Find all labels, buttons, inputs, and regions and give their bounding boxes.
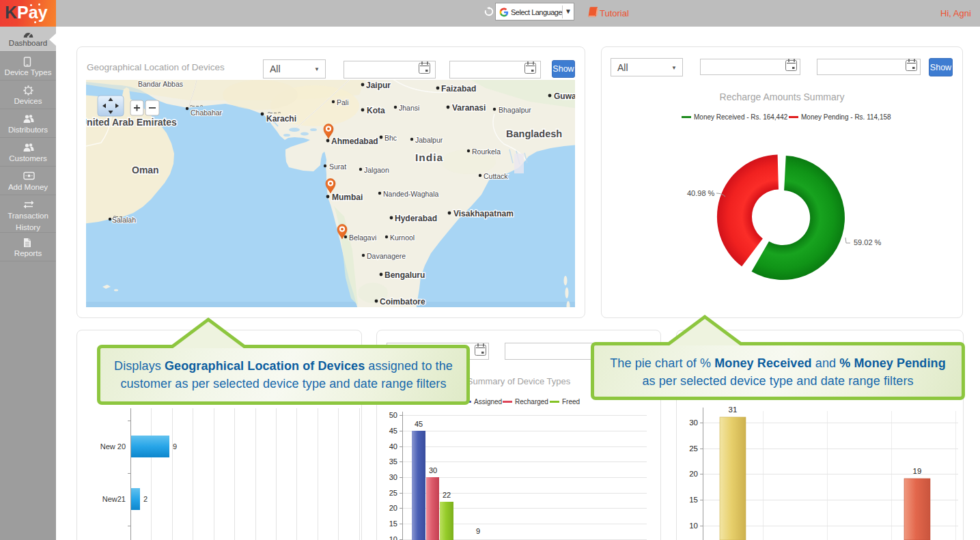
- svg-text:Salalah: Salalah: [112, 216, 136, 224]
- svg-text:9: 9: [476, 527, 480, 535]
- svg-text:Bhagalpur: Bhagalpur: [499, 106, 531, 114]
- svg-text:United Arab Emirates: United Arab Emirates: [86, 117, 177, 128]
- svg-text:20: 20: [389, 504, 397, 512]
- svg-text:31: 31: [729, 406, 738, 414]
- svg-text:Mumbai: Mumbai: [332, 193, 363, 202]
- svg-text:10: 10: [689, 522, 698, 530]
- svg-text:9: 9: [173, 442, 177, 451]
- svg-text:25: 25: [389, 489, 397, 497]
- svg-text:Karachi: Karachi: [266, 114, 296, 124]
- svg-text:Guwah: Guwah: [554, 91, 575, 101]
- svg-text:Rourkela: Rourkela: [472, 147, 501, 156]
- svg-text:Davanagere: Davanagere: [367, 252, 406, 260]
- svg-text:Bengaluru: Bengaluru: [384, 270, 425, 280]
- svg-text:2: 2: [143, 495, 148, 503]
- svg-text:Nanded-Waghala: Nanded-Waghala: [383, 190, 438, 198]
- svg-text:Visakhapatnam: Visakhapatnam: [453, 209, 514, 218]
- svg-text:New21: New21: [102, 495, 126, 503]
- svg-text:25: 25: [689, 444, 698, 453]
- svg-text:Cuttack: Cuttack: [484, 172, 508, 180]
- svg-text:Bandar Abbas: Bandar Abbas: [138, 80, 183, 88]
- svg-text:45: 45: [415, 420, 423, 428]
- svg-text:India: India: [415, 152, 443, 163]
- svg-text:Surat: Surat: [329, 162, 346, 171]
- svg-text:Chabahar: Chabahar: [191, 109, 223, 117]
- svg-text:New 20: New 20: [100, 442, 126, 451]
- svg-text:Bhc: Bhc: [384, 134, 397, 142]
- svg-text:Bangladesh: Bangladesh: [506, 128, 562, 139]
- svg-text:Jalgaon: Jalgaon: [364, 166, 389, 174]
- svg-text:Belagavi: Belagavi: [349, 233, 376, 242]
- svg-text:Coimbatore: Coimbatore: [380, 297, 425, 307]
- svg-text:15: 15: [389, 520, 397, 528]
- svg-text:40: 40: [389, 442, 397, 451]
- svg-text:Kurnool: Kurnool: [390, 233, 415, 242]
- svg-text:10: 10: [389, 535, 397, 540]
- svg-text:22: 22: [443, 491, 451, 499]
- svg-text:Jabalpur: Jabalpur: [415, 136, 443, 144]
- svg-text:19: 19: [913, 467, 922, 475]
- svg-text:30: 30: [689, 418, 698, 427]
- svg-text:30: 30: [429, 466, 437, 474]
- svg-text:Ahmedabad: Ahmedabad: [331, 137, 378, 146]
- svg-text:59.02 %: 59.02 %: [854, 238, 882, 246]
- svg-text:35: 35: [389, 457, 397, 466]
- svg-text:50: 50: [389, 411, 397, 419]
- svg-text:Hyderabad: Hyderabad: [395, 214, 437, 223]
- svg-text:20: 20: [689, 470, 698, 478]
- svg-text:Kota: Kota: [367, 106, 385, 115]
- svg-text:40.98 %: 40.98 %: [687, 189, 715, 197]
- svg-text:Faizabad: Faizabad: [441, 84, 476, 94]
- svg-text:30: 30: [389, 473, 397, 481]
- svg-text:45: 45: [389, 427, 397, 435]
- svg-text:Jaipur: Jaipur: [366, 81, 391, 90]
- svg-text:Varanasi: Varanasi: [452, 103, 486, 113]
- svg-text:15: 15: [689, 496, 698, 504]
- svg-text:Oman: Oman: [132, 165, 159, 175]
- svg-text:Jhansi: Jhansi: [399, 104, 419, 112]
- svg-text:Pali: Pali: [337, 98, 349, 106]
